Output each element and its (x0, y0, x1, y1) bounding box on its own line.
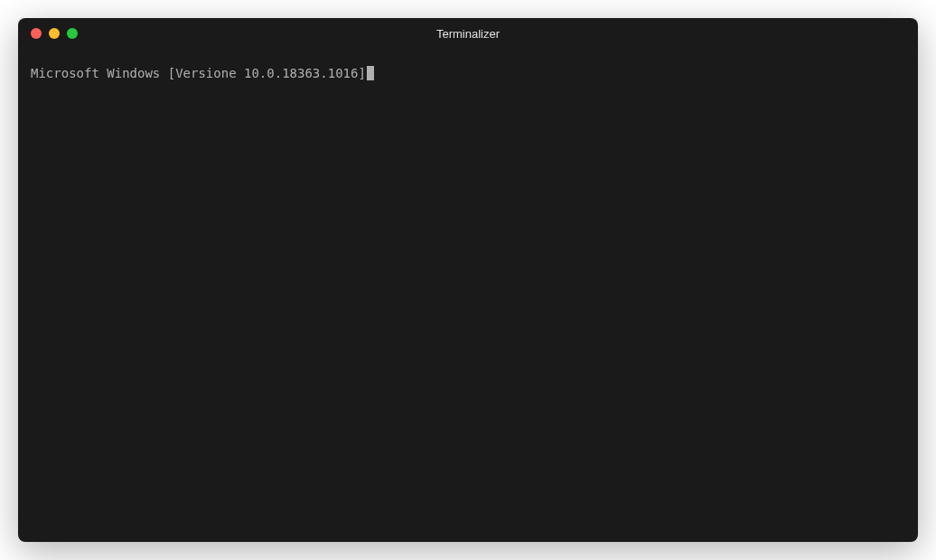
window-title: Terminalizer (436, 27, 500, 41)
cursor-icon (367, 66, 374, 80)
terminal-window: Terminalizer Microsoft Windows [Versione… (18, 18, 918, 542)
minimize-button[interactable] (49, 28, 60, 39)
terminal-body[interactable]: Microsoft Windows [Versione 10.0.18363.1… (18, 49, 918, 542)
title-bar: Terminalizer (18, 18, 918, 49)
close-button[interactable] (31, 28, 42, 39)
maximize-button[interactable] (67, 28, 78, 39)
terminal-output-line: Microsoft Windows [Versione 10.0.18363.1… (31, 66, 366, 80)
traffic-lights (31, 28, 78, 39)
